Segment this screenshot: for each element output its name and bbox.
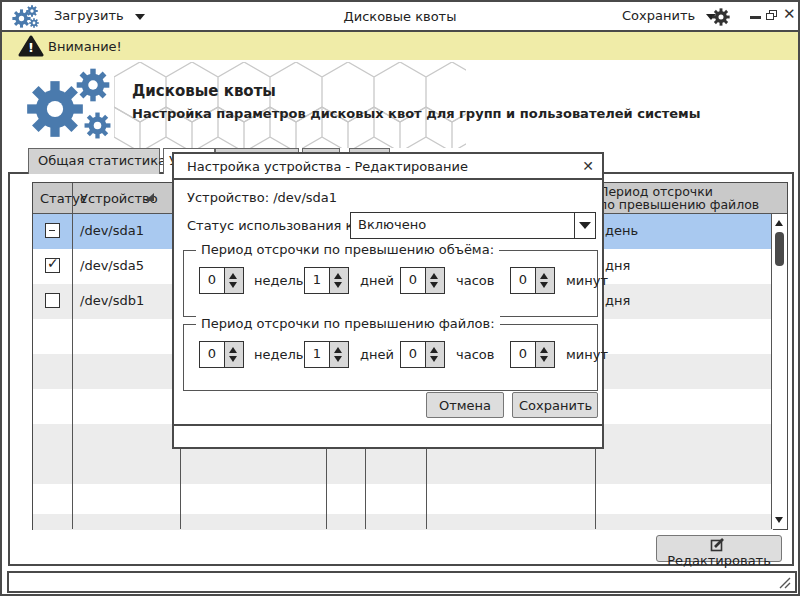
stepper-value[interactable]: 0	[510, 341, 536, 368]
column-divider	[72, 183, 73, 529]
minimize-button[interactable]	[750, 16, 761, 19]
select-arrow-button[interactable]	[574, 213, 595, 238]
tab-general-statistics[interactable]: Общая статистика	[28, 148, 160, 174]
step-up-icon[interactable]	[334, 347, 342, 353]
column-header-device[interactable]: Устройство	[80, 191, 158, 206]
quota-status-select[interactable]: Включено	[350, 212, 596, 239]
grace-files-cell: день	[605, 223, 638, 238]
stepper-value[interactable]: 1	[304, 341, 330, 368]
check-mark-icon: ✓	[47, 255, 59, 271]
stepper-buttons[interactable]	[224, 267, 244, 294]
edit-button-label: Редактировать	[667, 553, 771, 568]
step-down-icon[interactable]	[430, 356, 438, 362]
scroll-down-icon[interactable]	[775, 517, 783, 523]
checkbox-indeterminate[interactable]	[45, 223, 60, 238]
edit-pencil-icon	[710, 537, 725, 552]
warning-banner: ! Внимание!	[2, 32, 798, 60]
title-bar: Загрузить Дисковые квоты Сохранить ✕	[2, 2, 798, 32]
step-up-icon[interactable]	[540, 347, 548, 353]
device-cell: /dev/sda5	[80, 258, 144, 273]
stepper-value[interactable]: 0	[400, 341, 426, 368]
files-grace-legend: Период отсрочки по превышению файлов:	[196, 316, 500, 331]
app-logo-gears-icon	[26, 68, 120, 144]
stepper-value[interactable]: 0	[199, 267, 225, 294]
hours-unit-label: часов	[456, 347, 494, 362]
hexagon-pattern	[114, 62, 466, 148]
stepper-buttons[interactable]	[329, 341, 349, 368]
checkbox-unchecked[interactable]	[45, 293, 60, 308]
dialog-footer-divider	[174, 424, 602, 426]
page-subtitle: Настройка параметров дисковых квот для г…	[132, 106, 700, 121]
step-down-icon[interactable]	[334, 282, 342, 288]
status-bar	[7, 571, 797, 593]
step-up-icon[interactable]	[430, 273, 438, 279]
step-down-icon[interactable]	[229, 356, 237, 362]
warning-text: Внимание!	[48, 39, 122, 54]
weeks-unit-label: недель	[254, 273, 303, 288]
scrollbar-thumb[interactable]	[775, 232, 784, 266]
chevron-down-icon	[579, 222, 591, 229]
step-down-icon[interactable]	[229, 282, 237, 288]
scroll-up-icon[interactable]	[775, 220, 783, 226]
hours-unit-label: часов	[456, 273, 494, 288]
stepper-buttons[interactable]	[535, 341, 555, 368]
quota-status-value: Включено	[358, 217, 426, 232]
dialog-device-text: Устройство: /dev/sda1	[187, 190, 337, 205]
device-cell: /dev/sdb1	[80, 293, 144, 308]
volume-grace-legend: Период отсрочки по превышению объёма:	[196, 242, 499, 257]
minutes-unit-label: минут	[566, 273, 608, 288]
column-header-grace-files[interactable]: Период отсрочки по превышению файлов	[599, 185, 759, 211]
files-grace-fieldset: Период отсрочки по превышению файлов: 0 …	[183, 324, 598, 391]
step-up-icon[interactable]	[229, 347, 237, 353]
dialog-title: Настройка устройства - Редактирование	[187, 159, 468, 174]
edit-button[interactable]: Редактировать	[656, 535, 782, 562]
svg-text:!: !	[28, 40, 34, 55]
resize-grip-icon[interactable]	[777, 577, 791, 589]
step-down-icon[interactable]	[540, 282, 548, 288]
warning-triangle-icon: !	[18, 35, 44, 58]
step-down-icon[interactable]	[540, 356, 548, 362]
dialog-title-bar: Настройка устройства - Редактирование ✕	[174, 154, 602, 180]
minutes-unit-label: минут	[566, 347, 608, 362]
indeterminate-mark-icon	[49, 230, 55, 232]
step-up-icon[interactable]	[540, 273, 548, 279]
save-button[interactable]: Сохранить	[512, 392, 598, 418]
app-window: Загрузить Дисковые квоты Сохранить ✕ ! В…	[0, 0, 800, 596]
stepper-value[interactable]: 0	[199, 341, 225, 368]
dialog-close-icon[interactable]: ✕	[582, 158, 594, 174]
save-menu-label: Сохранить	[622, 8, 695, 23]
cancel-button[interactable]: Отмена	[426, 392, 504, 418]
column-header-line: по превышению файлов	[599, 198, 759, 211]
days-unit-label: дней	[360, 273, 394, 288]
step-up-icon[interactable]	[229, 273, 237, 279]
grace-files-cell: дня	[605, 258, 630, 273]
volume-grace-fieldset: Период отсрочки по превышению объёма: 0 …	[183, 250, 598, 317]
close-button[interactable]: ✕	[783, 7, 796, 22]
maximize-button[interactable]	[766, 10, 778, 21]
stepper-value[interactable]: 0	[510, 267, 536, 294]
grace-files-cell: дня	[605, 293, 630, 308]
save-menu[interactable]: Сохранить	[622, 8, 716, 23]
checkbox-checked[interactable]: ✓	[45, 258, 60, 273]
step-down-icon[interactable]	[334, 356, 342, 362]
step-up-icon[interactable]	[334, 273, 342, 279]
weeks-unit-label: недель	[254, 347, 303, 362]
table-row-empty	[33, 484, 773, 514]
table-row-empty	[33, 514, 773, 530]
step-down-icon[interactable]	[430, 282, 438, 288]
device-settings-dialog: Настройка устройства - Редактирование ✕ …	[172, 152, 604, 449]
stepper-buttons[interactable]	[224, 341, 244, 368]
stepper-buttons[interactable]	[425, 341, 445, 368]
maximize-icon	[766, 13, 774, 20]
step-up-icon[interactable]	[430, 347, 438, 353]
settings-gear-icon[interactable]	[712, 8, 730, 26]
stepper-value[interactable]: 0	[400, 267, 426, 294]
vertical-scrollbar[interactable]	[771, 214, 787, 529]
device-cell: /dev/sda1	[80, 223, 144, 238]
days-unit-label: дней	[360, 347, 394, 362]
stepper-buttons[interactable]	[425, 267, 445, 294]
stepper-buttons[interactable]	[329, 267, 349, 294]
page-title: Дисковые квоты	[132, 82, 276, 100]
stepper-value[interactable]: 1	[304, 267, 330, 294]
stepper-buttons[interactable]	[535, 267, 555, 294]
